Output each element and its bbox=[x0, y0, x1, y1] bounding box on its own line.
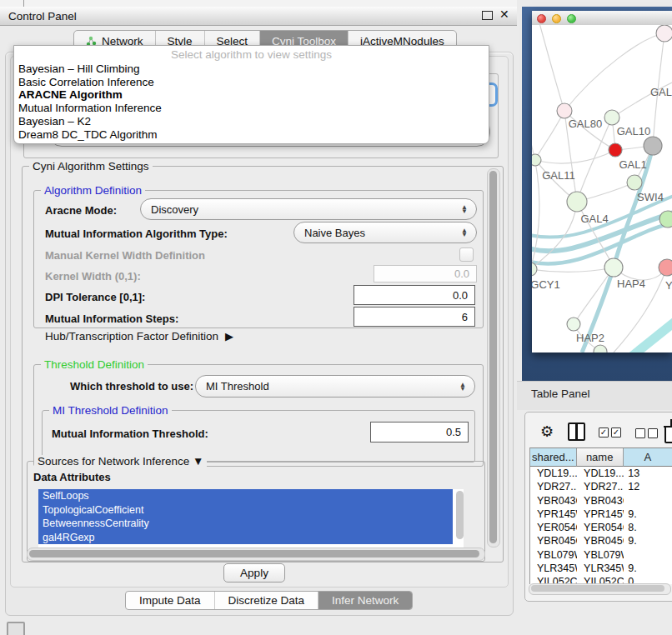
table-row[interactable]: YBL079WYBL079W bbox=[530, 548, 672, 562]
attribute-item[interactable]: BetweennessCentrality bbox=[38, 517, 453, 531]
minimize-traffic-light-icon[interactable] bbox=[552, 14, 561, 23]
settings-hscroll-track[interactable] bbox=[27, 548, 485, 561]
kernel-width-field[interactable]: 0.0 bbox=[374, 265, 477, 282]
data-attributes-list[interactable]: SelfLoopsTopologicalCoefficientBetweenne… bbox=[38, 489, 464, 548]
network-node[interactable] bbox=[656, 25, 672, 42]
settings-vscroll-track[interactable] bbox=[487, 168, 500, 548]
mi-steps-field[interactable]: 6 bbox=[354, 307, 475, 327]
table-row[interactable]: YBR045CYBR045C9. bbox=[530, 534, 672, 548]
split-column-icon[interactable] bbox=[568, 422, 585, 441]
node-label-gal11: GAL11 bbox=[542, 169, 575, 182]
network-node-gal1[interactable] bbox=[609, 143, 622, 157]
aracne-mode-combo[interactable]: Discovery ▲▼ bbox=[140, 198, 477, 220]
network-node-gal4[interactable] bbox=[567, 192, 587, 212]
network-node[interactable] bbox=[659, 211, 672, 228]
close-traffic-light-icon[interactable] bbox=[537, 14, 546, 23]
attribute-item[interactable]: TopologicalCoefficient bbox=[38, 503, 453, 518]
manual-kernel-checkbox[interactable] bbox=[459, 248, 474, 262]
float-window-icon[interactable] bbox=[482, 11, 493, 20]
table-row[interactable]: YDL19...YDL19...13 bbox=[530, 467, 672, 480]
mi-threshold-value: 0.5 bbox=[446, 426, 461, 438]
top-notch-divider bbox=[23, 0, 24, 7]
network-node[interactable] bbox=[644, 137, 662, 155]
network-edges bbox=[532, 25, 672, 352]
table-hscroll-thumb[interactable] bbox=[531, 585, 664, 592]
table-row[interactable]: YER054CYER054C8. bbox=[530, 521, 672, 534]
algorithm-option[interactable]: Bayesian – Hill Climbing bbox=[14, 62, 489, 76]
column-header-name[interactable]: name bbox=[577, 448, 624, 467]
hub-definition-section[interactable]: Hub/Transcription Factor Definition ▶ bbox=[45, 330, 233, 342]
network-window-titlebar[interactable] bbox=[532, 11, 672, 26]
minimized-panel-icon[interactable] bbox=[7, 622, 25, 635]
table-cell: YBR043C bbox=[577, 494, 624, 508]
algorithm-option[interactable]: Basic Correlation Inference bbox=[14, 76, 489, 89]
network-node-gal11[interactable] bbox=[532, 154, 541, 166]
apply-button[interactable]: Apply bbox=[223, 563, 285, 582]
attributes-scrollbar[interactable] bbox=[456, 491, 464, 539]
network-canvas[interactable]: GAL80GAL10GAL1GAL11SWI4GAL4GCY1HAP4YHAP2… bbox=[532, 25, 672, 352]
algorithm-option[interactable]: ARACNE Algorithm bbox=[14, 88, 489, 102]
table-row[interactable]: YDR27...YDR27...12 bbox=[530, 480, 672, 493]
attribute-item[interactable]: SelfLoops bbox=[38, 489, 453, 503]
hub-definition-label: Hub/Transcription Factor Definition bbox=[45, 330, 218, 342]
mi-type-value: Naive Bayes bbox=[304, 227, 365, 239]
settings-vscroll-thumb[interactable] bbox=[489, 171, 497, 543]
mi-type-combo[interactable]: Naive Bayes ▲▼ bbox=[293, 222, 477, 243]
node-label-gal80: GAL80 bbox=[569, 118, 602, 130]
table-cell: YER054C bbox=[530, 521, 577, 534]
tab-discretize-data[interactable]: Discretize Data bbox=[215, 592, 319, 609]
close-icon[interactable]: ✕ bbox=[499, 8, 509, 21]
control-panel-title: Control Panel bbox=[8, 10, 77, 22]
zoom-traffic-light-icon[interactable] bbox=[567, 14, 576, 23]
network-node-swi4[interactable] bbox=[627, 175, 642, 190]
algorithm-list: Bayesian – Hill ClimbingBasic Correlatio… bbox=[14, 62, 489, 141]
table-row[interactable]: YPR145WYPR145W9. bbox=[530, 508, 672, 521]
unchecked-boxes-icon[interactable] bbox=[635, 428, 645, 438]
checked-boxes-icon[interactable]: ✓ bbox=[599, 428, 609, 438]
column-header-shared[interactable]: shared... bbox=[530, 448, 577, 467]
network-node-hap4[interactable] bbox=[604, 258, 623, 277]
network-node-hap2[interactable] bbox=[567, 318, 580, 331]
node-label-gal: GAL bbox=[650, 86, 672, 98]
gear-icon[interactable]: ⚙ bbox=[540, 422, 554, 441]
collapse-arrow-icon[interactable]: ▼ bbox=[193, 455, 203, 468]
expand-arrow-icon[interactable]: ▶ bbox=[225, 330, 233, 342]
manual-kernel-label: Manual Kernel Width Definition bbox=[45, 249, 205, 262]
table-row[interactable]: YBR043CYBR043C bbox=[530, 494, 672, 508]
mi-threshold-field[interactable]: 0.5 bbox=[370, 422, 469, 442]
data-attributes-label: Data Attributes bbox=[33, 471, 111, 483]
network-graph: GAL80GAL10GAL1GAL11SWI4GAL4GCY1HAP4YHAP2… bbox=[532, 25, 672, 352]
mi-steps-value: 6 bbox=[462, 311, 468, 323]
algorithm-option[interactable]: Mutual Information Inference bbox=[14, 102, 489, 115]
node-label-y: Y bbox=[665, 279, 672, 292]
control-panel-titlebar: Control Panel bbox=[0, 7, 517, 26]
which-threshold-combo[interactable]: MI Threshold ▲▼ bbox=[195, 375, 475, 398]
network-node-gal80[interactable] bbox=[557, 103, 572, 118]
table-cell: 9. bbox=[624, 534, 672, 548]
table-row[interactable]: YLR345WYLR345W9. bbox=[530, 562, 672, 575]
mi-steps-label: Mutual Information Steps: bbox=[45, 312, 178, 325]
column-header-A[interactable]: A bbox=[624, 448, 672, 467]
node-label-swi4: SWI4 bbox=[637, 191, 664, 203]
table-cell: 12 bbox=[624, 480, 672, 493]
attribute-item[interactable]: gal4RGexp bbox=[38, 531, 453, 545]
checked-boxes-icon[interactable]: ✓ bbox=[611, 428, 621, 438]
table-cell: YDR27... bbox=[577, 480, 624, 493]
network-node-y[interactable] bbox=[659, 259, 672, 276]
tab-infer-network[interactable]: Infer Network bbox=[318, 592, 412, 609]
dpi-tolerance-field[interactable]: 0.0 bbox=[354, 285, 475, 305]
settings-hscroll-thumb[interactable] bbox=[29, 550, 479, 558]
algorithm-option[interactable]: Dream8 DC_TDC Algorithm bbox=[14, 128, 489, 142]
table-header-row: shared...nameA bbox=[530, 448, 672, 467]
kernel-width-label: Kernel Width (0,1): bbox=[45, 270, 141, 282]
tab-impute-data[interactable]: Impute Data bbox=[126, 592, 215, 609]
cyni-settings-title: Cyni Algorithm Settings bbox=[29, 160, 153, 172]
table-doc-icon[interactable] bbox=[664, 420, 672, 443]
table-cell: YDL19... bbox=[577, 467, 624, 480]
network-node[interactable] bbox=[594, 345, 607, 352]
network-node-gal10[interactable] bbox=[604, 110, 619, 125]
unchecked-boxes-icon[interactable] bbox=[648, 428, 658, 438]
aracne-mode-label: Aracne Mode: bbox=[45, 204, 117, 217]
algorithm-option[interactable]: Bayesian – K2 bbox=[14, 115, 489, 128]
network-window: GAL80GAL10GAL1GAL11SWI4GAL4GCY1HAP4YHAP2… bbox=[532, 11, 672, 352]
